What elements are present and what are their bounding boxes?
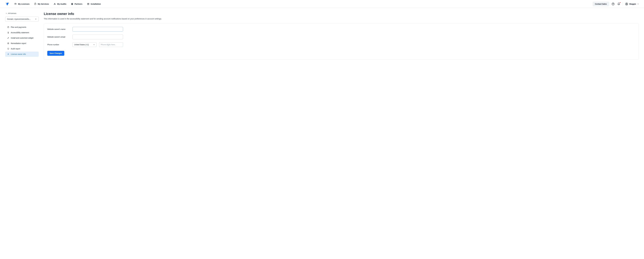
- nav-my-services[interactable]: My Services: [34, 3, 49, 5]
- shield-icon: [7, 48, 9, 50]
- svg-rect-0: [15, 3, 16, 4]
- nav-label: Partners: [74, 3, 82, 5]
- phone-label: Phone number: [47, 44, 72, 46]
- divider: [623, 2, 623, 5]
- owner-email-label: Website owner's email: [47, 36, 72, 38]
- contact-sales-button[interactable]: Contact Sales: [592, 2, 609, 6]
- owner-name-input[interactable]: [72, 27, 123, 31]
- page-title: License owner info: [44, 12, 639, 16]
- sidebar-item-label: Plan and payments: [11, 26, 26, 28]
- svg-point-11: [8, 32, 9, 33]
- sidebar-item-accessibility[interactable]: Accessibility statement: [5, 30, 39, 35]
- sidebar-item-label: License owner info: [11, 53, 26, 55]
- chevron-left-icon: [6, 13, 7, 14]
- country-code-select[interactable]: United States (+1): [72, 42, 96, 47]
- chevron-down-icon: [93, 44, 95, 45]
- nav-label: My Services: [38, 3, 49, 5]
- svg-point-7: [613, 4, 613, 5]
- partners-icon: [71, 3, 73, 5]
- chevron-down-icon: [35, 18, 37, 20]
- nav-my-audits[interactable]: My Audits: [54, 3, 66, 5]
- phone-digits-input[interactable]: [99, 42, 123, 47]
- user-menu[interactable]: Maggie: [625, 2, 639, 5]
- domain-selector[interactable]: Domain: myecommercesho...: [5, 16, 39, 21]
- owner-name-label: Website owner's name: [47, 28, 72, 30]
- content: License owner info This information is u…: [44, 12, 639, 60]
- audits-icon: [54, 3, 56, 5]
- user-icon: [625, 2, 628, 5]
- sidebar-item-audit-report[interactable]: Audit report: [5, 46, 39, 51]
- svg-point-13: [8, 53, 9, 54]
- sidebar-item-label: Audit report: [11, 48, 20, 50]
- notification-indicator: [620, 2, 621, 3]
- nav-my-licenses[interactable]: My Licenses: [14, 3, 30, 5]
- licenses-icon: [14, 3, 17, 5]
- nav-label: My Audits: [57, 3, 66, 5]
- owner-email-input[interactable]: [72, 35, 123, 39]
- nav-installation[interactable]: Installation: [87, 3, 101, 5]
- nav-label: Installation: [91, 3, 101, 5]
- svg-point-9: [626, 3, 627, 4]
- sidebar-item-license-owner[interactable]: License owner info: [5, 52, 39, 57]
- svg-rect-10: [8, 27, 9, 28]
- domain-label: Domain: myecommercesho...: [7, 18, 30, 20]
- country-value: United States (+1): [74, 44, 89, 46]
- back-to-licenses-link[interactable]: All licenses: [5, 12, 39, 16]
- nav-partners[interactable]: Partners: [71, 3, 82, 5]
- chevron-down-icon: [637, 3, 639, 5]
- pencil-icon: [7, 37, 9, 39]
- services-icon: [34, 3, 36, 5]
- sidebar-item-label: Accessibility statement: [11, 31, 29, 33]
- back-link-label: All licenses: [8, 12, 16, 14]
- logo[interactable]: [5, 2, 9, 6]
- logo-icon: [5, 2, 9, 6]
- briefcase-icon: [7, 26, 9, 28]
- user-name-label: Maggie: [629, 3, 636, 5]
- sidebar-item-label: Remediation report: [11, 42, 26, 44]
- user-icon: [7, 53, 9, 55]
- header: My Licenses My Services My Audits: [0, 0, 644, 8]
- form-card: Website owner's name Website owner's ema…: [44, 23, 639, 60]
- nav-label: My Licenses: [18, 3, 30, 5]
- badge-icon: [7, 31, 9, 33]
- page-description: This information is used in the accessib…: [44, 18, 639, 20]
- sidebar-item-label: Install and customize widget: [11, 37, 33, 39]
- list-icon: [7, 42, 9, 44]
- help-button[interactable]: [612, 2, 615, 6]
- sidebar-item-remediation[interactable]: Remediation report: [5, 41, 39, 46]
- help-icon: [612, 2, 614, 5]
- sidebar-item-plan-payments[interactable]: Plan and payments: [5, 24, 39, 30]
- sidebar: All licenses Domain: myecommercesho... P…: [5, 12, 39, 60]
- save-changes-button[interactable]: Save Changes: [47, 51, 64, 56]
- sidebar-item-install-widget[interactable]: Install and customize widget: [5, 35, 39, 40]
- installation-icon: [87, 3, 90, 5]
